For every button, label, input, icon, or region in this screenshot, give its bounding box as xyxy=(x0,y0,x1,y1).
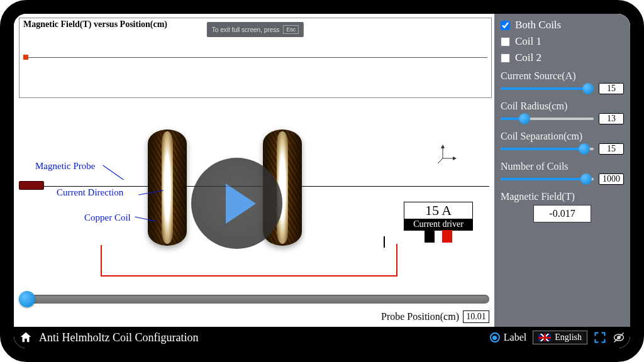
controls-panel: Both Coils Coil 1 Coil 2 Current Source(… xyxy=(494,14,630,327)
checkbox-label: Coil 1 xyxy=(515,35,541,48)
slider-thumb[interactable] xyxy=(582,83,594,94)
turns-slider[interactable] xyxy=(501,173,594,185)
svg-line-2 xyxy=(438,158,443,163)
wire-icon xyxy=(101,245,173,277)
separation-value[interactable]: 15 xyxy=(599,143,624,155)
probe-position-slider[interactable] xyxy=(19,292,489,305)
current-driver-caption: Current driver xyxy=(404,219,472,230)
magnetic-field-output: Magnetic Field(T) -0.017 xyxy=(501,191,624,222)
magnetic-probe-rod[interactable] xyxy=(19,181,44,190)
label-toggle-text: Label xyxy=(504,332,526,343)
chart-axis-line xyxy=(23,57,487,58)
checkbox-coil-1[interactable]: Coil 1 xyxy=(501,35,624,48)
bottom-toolbar: Anti Helmholtz Coil Configuration Label … xyxy=(14,327,630,348)
separation-slider[interactable] xyxy=(501,143,594,155)
language-name: English xyxy=(555,332,582,343)
radius-value[interactable]: 13 xyxy=(599,113,624,124)
param-label: Coil Radius(cm) xyxy=(501,101,624,112)
field-vs-position-chart: Magnetic Field(T) versus Position(cm) To… xyxy=(19,18,492,98)
current-driver-reading: 15 A xyxy=(404,202,472,219)
param-number-of-coils: Number of Coils 1000 xyxy=(501,161,624,185)
probe-position-label: Probe Position(cm) xyxy=(381,311,459,322)
radius-slider[interactable] xyxy=(501,113,594,124)
page-title: Anti Helmholtz Coil Configuration xyxy=(39,331,198,344)
fullscreen-icon[interactable] xyxy=(594,331,606,344)
fullscreen-hint-text: To exit full screen, press xyxy=(212,26,279,33)
visibility-off-icon[interactable] xyxy=(613,331,625,344)
wire-icon xyxy=(172,245,288,277)
checkbox-input[interactable] xyxy=(501,53,510,63)
param-coil-radius: Coil Radius(cm) 13 xyxy=(501,101,624,124)
checkbox-input[interactable] xyxy=(501,37,510,47)
checkbox-coil-2[interactable]: Coil 2 xyxy=(501,52,624,64)
main-row: Magnetic Field(T) versus Position(cm) To… xyxy=(14,14,630,327)
checkbox-both-coils[interactable]: Both Coils xyxy=(501,19,624,31)
slider-thumb[interactable] xyxy=(19,291,35,307)
param-coil-separation: Coil Separation(cm) 15 xyxy=(501,131,624,155)
svg-marker-4 xyxy=(453,156,457,160)
terminal-red-icon xyxy=(442,230,452,243)
label-magnetic-probe: Magnetic Probe xyxy=(35,161,95,172)
slider-track xyxy=(19,295,489,304)
slider-thumb[interactable] xyxy=(519,113,530,124)
svg-marker-3 xyxy=(441,145,445,148)
language-selector[interactable]: English xyxy=(533,331,587,344)
app-root: Magnetic Field(T) versus Position(cm) To… xyxy=(14,14,630,348)
probe-position-value: 10.01 xyxy=(463,310,489,323)
leader-line-icon xyxy=(103,165,123,180)
checkbox-input[interactable] xyxy=(501,21,510,30)
esc-key-badge: Esc xyxy=(283,25,299,34)
play-button[interactable] xyxy=(191,158,282,249)
tablet-device-frame: Magnetic Field(T) versus Position(cm) To… xyxy=(0,0,644,362)
terminal-black-icon xyxy=(425,230,435,243)
param-label: Number of Coils xyxy=(501,161,624,172)
wire-icon xyxy=(384,236,385,248)
probe-position-readout: Probe Position(cm) 10.01 xyxy=(381,310,489,323)
orientation-gizmo-icon[interactable] xyxy=(438,143,458,163)
checkbox-label: Both Coils xyxy=(515,19,561,31)
param-current-source: Current Source(A) 15 xyxy=(501,70,624,94)
fullscreen-exit-hint: To exit full screen, press Esc xyxy=(207,22,304,37)
param-label: Current Source(A) xyxy=(501,70,624,82)
current-driver-box: 15 A Current driver xyxy=(404,202,473,231)
radio-icon xyxy=(490,332,500,343)
simulation-canvas: Magnetic Field(T) versus Position(cm) To… xyxy=(14,14,494,327)
label-current-direction: Current Direction xyxy=(57,187,123,198)
flag-uk-icon xyxy=(538,334,551,341)
output-label: Magnetic Field(T) xyxy=(501,191,624,202)
label-toggle[interactable]: Label xyxy=(490,332,526,343)
wire-icon xyxy=(396,244,397,246)
current-slider[interactable] xyxy=(501,83,594,94)
output-value: -0.017 xyxy=(533,205,591,222)
label-copper-coil: Copper Coil xyxy=(84,212,131,223)
turns-value[interactable]: 1000 xyxy=(599,173,624,185)
slider-thumb[interactable] xyxy=(580,173,592,185)
current-value[interactable]: 15 xyxy=(599,83,624,94)
home-icon[interactable] xyxy=(19,331,33,344)
checkbox-label: Coil 2 xyxy=(515,52,541,64)
chart-title: Magnetic Field(T) versus Position(cm) xyxy=(23,19,167,30)
chart-data-point xyxy=(23,55,28,60)
param-label: Coil Separation(cm) xyxy=(501,131,624,142)
coil-1 xyxy=(148,129,187,246)
slider-thumb[interactable] xyxy=(579,143,590,155)
wire-icon xyxy=(287,245,397,277)
